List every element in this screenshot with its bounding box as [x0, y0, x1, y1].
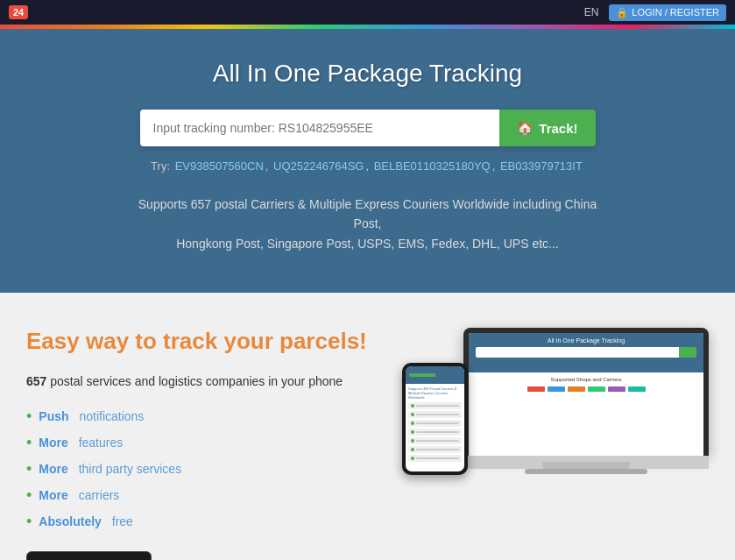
google-play-button[interactable]: ▶ GET IT ON Google Play — [26, 551, 152, 560]
desktop-mockup: All In One Package Tracking Supported Sh… — [463, 328, 709, 474]
features-left: Easy way to track your parcels! 657 post… — [26, 328, 393, 560]
track-button[interactable]: 🏠 Track! — [499, 110, 595, 146]
try-link-1[interactable]: EV938507560CN — [175, 159, 264, 173]
try-link-2[interactable]: UQ252246764SG — [273, 159, 364, 173]
tracking-input[interactable] — [140, 110, 500, 146]
hero-section: All In One Package Tracking 🏠 Track! Try… — [0, 29, 735, 293]
list-item: Push notifications — [26, 408, 393, 424]
try-link-3[interactable]: BELBE0110325180YQ — [374, 159, 491, 173]
features-subtitle: 657 postal services and logistics compan… — [26, 372, 393, 391]
home-icon: 🏠 — [517, 120, 534, 136]
search-bar: 🏠 Track! — [140, 110, 596, 146]
features-right: Supports 305 Postal Carriers & Multiple … — [420, 328, 709, 474]
list-item: Absolutely free — [26, 514, 393, 529]
hero-title: All In One Package Tracking — [18, 60, 717, 88]
list-item: More third party services — [26, 461, 393, 477]
language-selector[interactable]: EN — [584, 6, 599, 18]
try-link-4[interactable]: EB033979713IT — [500, 159, 583, 173]
site-logo[interactable]: 24 — [9, 5, 28, 19]
features-section: Easy way to track your parcels! 657 post… — [0, 293, 735, 560]
phone-mockup: Supports 305 Postal Carriers & Multiple … — [402, 363, 468, 475]
features-heading: Easy way to track your parcels! — [26, 328, 393, 355]
list-item: More features — [26, 435, 393, 450]
top-nav: 24 EN 🔒 LOGIN / REGISTER — [0, 0, 735, 25]
hero-description: Supports 657 postal Carriers & Multiple … — [127, 195, 609, 253]
try-links: Try: EV938507560CN, UQ252246764SG, BELBE… — [18, 159, 717, 173]
login-register-button[interactable]: 🔒 LOGIN / REGISTER — [609, 4, 726, 21]
nav-right: EN 🔒 LOGIN / REGISTER — [584, 4, 726, 21]
list-item: More carriers — [26, 487, 393, 503]
feature-list: Push notifications More features More th… — [26, 408, 393, 529]
lock-icon: 🔒 — [616, 7, 628, 18]
